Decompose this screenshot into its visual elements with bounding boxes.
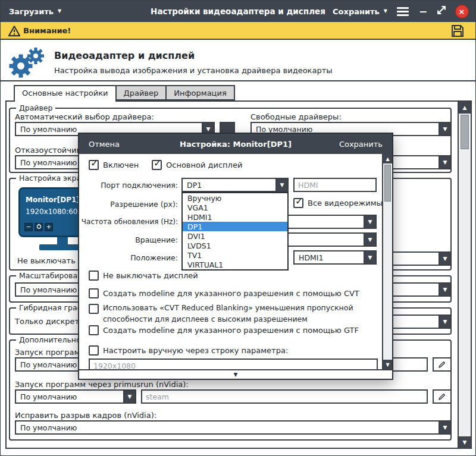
tab-driver[interactable]: Драйвер	[115, 85, 167, 100]
primary-label: Основной дисплей	[166, 161, 242, 169]
chevron-down-icon: ▼	[439, 316, 450, 328]
run1-value: По умолчанию	[20, 360, 77, 369]
gtf-checkbox[interactable]	[89, 325, 99, 335]
port-option-selected[interactable]: DP1	[183, 222, 287, 231]
all-modes-checkbox[interactable]: ✓	[293, 198, 303, 208]
menu-button[interactable]	[394, 1, 411, 22]
port-option[interactable]: HDMI1	[183, 212, 287, 222]
check-icon: ✓	[90, 158, 98, 169]
scroll-thumb[interactable]	[461, 115, 469, 149]
port-manual-input[interactable]	[293, 178, 377, 192]
check-icon: ✓	[295, 196, 303, 207]
dialog-scroll-down-button[interactable]: ▼	[383, 360, 392, 369]
page-title: Видеоадаптер и дисплей	[54, 50, 195, 61]
position-target-value: HDMI1	[299, 253, 323, 262]
minimize-button[interactable]: −	[416, 1, 430, 22]
monitor-minus-button[interactable]: −	[24, 223, 33, 231]
chevron-down-icon: ▼	[439, 253, 450, 265]
run2-value: По умолчанию	[20, 392, 77, 401]
tear-value: По умолчанию	[20, 423, 77, 432]
run2-select[interactable]: По умолчанию ▼	[15, 389, 136, 404]
extra-group-legend: Дополнительно	[16, 335, 84, 344]
free-drivers-label: Свободные драйверы:	[250, 112, 342, 121]
monitor-settings-dialog: Отмена Настройка: Monitor[DP1] Сохранить…	[78, 133, 393, 380]
check-icon: ✓	[154, 158, 161, 169]
port-value: DP1	[187, 181, 202, 190]
port-dropdown-list: Вручную VGA1 HDMI1 DP1 DVI1 LVDS1 TV1 VI…	[181, 192, 289, 271]
port-option[interactable]: VIRTUAL1	[183, 260, 287, 269]
chevron-down-icon: ▼	[364, 251, 375, 263]
pencil-icon	[438, 360, 446, 369]
position-label: Положение:	[83, 253, 178, 262]
driver-group-legend: Драйвер	[16, 103, 55, 112]
port-option[interactable]: VGA1	[183, 203, 287, 212]
dialog-scroll-more-button[interactable]: ▼	[79, 369, 392, 379]
port-option[interactable]: LVDS1	[183, 241, 287, 250]
port-label: Порт подключения:	[83, 181, 178, 190]
run2-command-input[interactable]	[141, 389, 428, 404]
manual-label: Настроить вручную через строку параметра…	[103, 346, 288, 355]
cvt-label: Создать modeline для указанного разрешен…	[103, 289, 359, 298]
monitor-plus-button[interactable]: +	[45, 223, 53, 231]
scroll-up-button[interactable]: ▲	[459, 102, 471, 114]
chevron-down-icon: ▼	[439, 284, 450, 295]
dialog-scroll-thumb[interactable]	[384, 165, 391, 202]
port-option[interactable]: DVI1	[183, 231, 287, 241]
caret-down-icon: ▼	[384, 9, 387, 14]
cvt-rb-label: Использовать «CVT Reduced Blanking» умен…	[103, 303, 389, 325]
monitor-power-button[interactable]	[35, 223, 43, 231]
gtf-label: Создать modeline для указанного разрешен…	[103, 326, 359, 335]
resolution-label: Разрешение (px):	[83, 200, 178, 209]
enabled-label: Включен	[103, 161, 139, 169]
run1-edit-button[interactable]	[433, 357, 452, 372]
warning-icon	[8, 25, 21, 39]
cvt-checkbox[interactable]	[89, 288, 99, 298]
app-gears-icon	[7, 46, 46, 81]
tab-main-settings[interactable]: Основные настройки	[14, 85, 117, 102]
chevron-down-icon: ▼	[364, 234, 375, 246]
dialog-scrollbar: ▲ ▼	[382, 154, 392, 369]
manual-checkbox[interactable]	[89, 345, 99, 356]
pencil-icon	[438, 392, 446, 401]
titlebar: Загрузить ▼ Настройки видеоадаптера и ди…	[1, 1, 475, 22]
dialog-header: Отмена Настройка: Monitor[DP1] Сохранить	[79, 134, 392, 154]
auto-driver-label: Автоматический выбор драйвера:	[15, 112, 154, 121]
tab-info[interactable]: Информация	[165, 85, 234, 100]
dialog-keep-on-checkbox[interactable]	[89, 271, 99, 281]
cvt-rb-checkbox[interactable]	[89, 304, 99, 314]
port-option[interactable]: TV1	[183, 250, 287, 260]
app-window: Загрузить ▼ Настройки видеоадаптера и ди…	[0, 0, 476, 456]
failsafe-value: По умолчанию	[20, 158, 77, 167]
chevron-down-icon: ▼	[275, 179, 287, 191]
run2-edit-button[interactable]	[433, 389, 452, 404]
dialog-scroll-up-button[interactable]: ▲	[383, 154, 392, 163]
close-icon: ×	[455, 5, 469, 18]
save-menu-label: Сохранить	[333, 7, 380, 16]
scaling-value: По умолчанию	[20, 285, 77, 294]
save-menu-button[interactable]: Сохранить ▼	[333, 1, 387, 22]
close-button[interactable]: ×	[453, 1, 471, 22]
chevron-down-icon: ▼	[123, 391, 135, 402]
tear-label: Исправить разрыв кадров (nVidia):	[15, 411, 156, 420]
run2-label: Запуск программ через primusrun (nVidia)…	[15, 380, 189, 389]
tab-bar: Основные настройки Драйвер Информация	[14, 85, 235, 102]
main-scrollbar: ▲ ▼	[458, 102, 471, 448]
primary-checkbox[interactable]: ✓	[152, 160, 162, 170]
position-target-select[interactable]: HDMI1 ▼	[293, 250, 377, 265]
auto-driver-value: По умолчанию	[20, 125, 77, 134]
port-select[interactable]: DP1 ▼	[181, 178, 289, 192]
floppy-icon	[450, 24, 465, 38]
expand-button[interactable]	[434, 1, 449, 22]
dialog-keep-on-label: Не выключать дисплей	[103, 271, 198, 280]
port-option[interactable]: Вручную	[183, 193, 287, 203]
enabled-checkbox[interactable]: ✓	[89, 160, 99, 170]
save-file-button[interactable]	[450, 24, 465, 40]
tear-select[interactable]: По умолчанию ▼	[15, 420, 452, 435]
all-modes-label: Все видеорежимы	[308, 199, 383, 207]
chevron-down-icon: ▼	[364, 216, 375, 228]
chevron-down-icon: ▼	[439, 156, 450, 168]
refresh-label: Частота обновления (Hz):	[80, 218, 178, 226]
dialog-cancel-button[interactable]: Отмена	[89, 140, 120, 149]
scroll-down-button[interactable]: ▼	[459, 436, 471, 448]
dialog-save-button[interactable]: Сохранить	[339, 140, 383, 149]
